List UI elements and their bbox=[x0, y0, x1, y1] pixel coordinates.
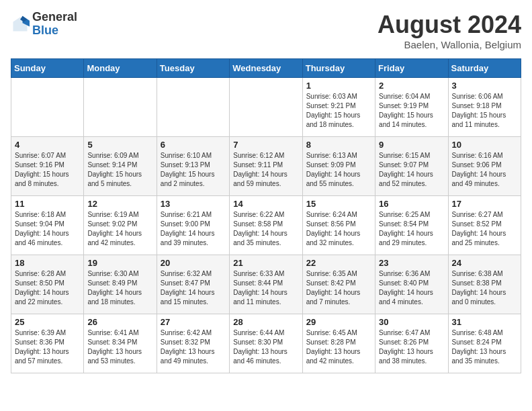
calendar-cell: 4Sunrise: 6:07 AMSunset: 9:16 PMDaylight… bbox=[11, 137, 84, 196]
cell-info: Sunrise: 6:10 AMSunset: 9:13 PMDaylight:… bbox=[161, 151, 226, 189]
calendar-cell: 31Sunrise: 6:48 AMSunset: 8:24 PMDayligh… bbox=[448, 314, 521, 373]
calendar-cell bbox=[230, 78, 302, 137]
calendar-cell: 12Sunrise: 6:19 AMSunset: 9:02 PMDayligh… bbox=[84, 196, 157, 255]
day-number: 19 bbox=[87, 258, 152, 268]
month-year: August 2024 bbox=[378, 11, 521, 39]
day-number: 30 bbox=[379, 317, 444, 327]
cell-info: Sunrise: 6:32 AMSunset: 8:47 PMDaylight:… bbox=[161, 269, 226, 307]
location: Baelen, Wallonia, Belgium bbox=[378, 39, 521, 50]
logo-icon bbox=[11, 15, 30, 34]
calendar-cell: 22Sunrise: 6:35 AMSunset: 8:42 PMDayligh… bbox=[302, 255, 375, 314]
weekday-header: Friday bbox=[375, 59, 448, 78]
day-number: 29 bbox=[306, 317, 371, 327]
calendar-cell: 1Sunrise: 6:03 AMSunset: 9:21 PMDaylight… bbox=[302, 78, 375, 137]
calendar-cell: 24Sunrise: 6:38 AMSunset: 8:38 PMDayligh… bbox=[448, 255, 521, 314]
day-number: 31 bbox=[452, 317, 517, 327]
day-number: 17 bbox=[452, 199, 517, 209]
cell-info: Sunrise: 6:27 AMSunset: 8:52 PMDaylight:… bbox=[452, 210, 517, 248]
calendar-header: SundayMondayTuesdayWednesdayThursdayFrid… bbox=[11, 59, 521, 78]
calendar-cell: 28Sunrise: 6:44 AMSunset: 8:30 PMDayligh… bbox=[230, 314, 302, 373]
calendar-cell: 7Sunrise: 6:12 AMSunset: 9:11 PMDaylight… bbox=[230, 137, 302, 196]
cell-info: Sunrise: 6:06 AMSunset: 9:18 PMDaylight:… bbox=[452, 92, 517, 130]
logo: General Blue bbox=[11, 11, 77, 38]
cell-info: Sunrise: 6:18 AMSunset: 9:04 PMDaylight:… bbox=[15, 210, 80, 248]
weekday-header: Thursday bbox=[302, 59, 375, 78]
day-number: 20 bbox=[161, 258, 226, 268]
calendar-cell: 27Sunrise: 6:42 AMSunset: 8:32 PMDayligh… bbox=[157, 314, 229, 373]
day-number: 7 bbox=[233, 140, 298, 150]
calendar-cell: 9Sunrise: 6:15 AMSunset: 9:07 PMDaylight… bbox=[375, 137, 448, 196]
cell-info: Sunrise: 6:16 AMSunset: 9:06 PMDaylight:… bbox=[452, 151, 517, 189]
cell-info: Sunrise: 6:19 AMSunset: 9:02 PMDaylight:… bbox=[87, 210, 152, 248]
day-number: 1 bbox=[306, 81, 371, 91]
calendar-cell: 29Sunrise: 6:45 AMSunset: 8:28 PMDayligh… bbox=[302, 314, 375, 373]
cell-info: Sunrise: 6:48 AMSunset: 8:24 PMDaylight:… bbox=[452, 328, 517, 366]
cell-info: Sunrise: 6:15 AMSunset: 9:07 PMDaylight:… bbox=[379, 151, 444, 189]
day-number: 22 bbox=[306, 258, 371, 268]
calendar-cell: 26Sunrise: 6:41 AMSunset: 8:34 PMDayligh… bbox=[84, 314, 157, 373]
header: General Blue August 2024 Baelen, Walloni… bbox=[11, 11, 521, 50]
title-area: August 2024 Baelen, Wallonia, Belgium bbox=[378, 11, 521, 50]
cell-info: Sunrise: 6:38 AMSunset: 8:38 PMDaylight:… bbox=[452, 269, 517, 307]
day-number: 14 bbox=[233, 199, 298, 209]
calendar-cell: 16Sunrise: 6:25 AMSunset: 8:54 PMDayligh… bbox=[375, 196, 448, 255]
calendar-cell: 13Sunrise: 6:21 AMSunset: 9:00 PMDayligh… bbox=[157, 196, 229, 255]
day-number: 10 bbox=[452, 140, 517, 150]
day-number: 12 bbox=[87, 199, 152, 209]
day-number: 5 bbox=[87, 140, 152, 150]
calendar-cell: 2Sunrise: 6:04 AMSunset: 9:19 PMDaylight… bbox=[375, 78, 448, 137]
calendar-cell: 15Sunrise: 6:24 AMSunset: 8:56 PMDayligh… bbox=[302, 196, 375, 255]
day-number: 4 bbox=[15, 140, 80, 150]
calendar-cell: 25Sunrise: 6:39 AMSunset: 8:36 PMDayligh… bbox=[11, 314, 84, 373]
cell-info: Sunrise: 6:36 AMSunset: 8:40 PMDaylight:… bbox=[379, 269, 444, 307]
cell-info: Sunrise: 6:30 AMSunset: 8:49 PMDaylight:… bbox=[87, 269, 152, 307]
day-number: 15 bbox=[306, 199, 371, 209]
cell-info: Sunrise: 6:47 AMSunset: 8:26 PMDaylight:… bbox=[379, 328, 444, 366]
calendar-week-row: 11Sunrise: 6:18 AMSunset: 9:04 PMDayligh… bbox=[11, 196, 521, 255]
day-number: 27 bbox=[161, 317, 226, 327]
calendar-week-row: 1Sunrise: 6:03 AMSunset: 9:21 PMDaylight… bbox=[11, 78, 521, 137]
logo-text: General Blue bbox=[32, 11, 77, 38]
calendar-cell: 5Sunrise: 6:09 AMSunset: 9:14 PMDaylight… bbox=[84, 137, 157, 196]
day-number: 26 bbox=[87, 317, 152, 327]
calendar-cell: 21Sunrise: 6:33 AMSunset: 8:44 PMDayligh… bbox=[230, 255, 302, 314]
weekday-header: Sunday bbox=[11, 59, 84, 78]
day-number: 6 bbox=[161, 140, 226, 150]
cell-info: Sunrise: 6:24 AMSunset: 8:56 PMDaylight:… bbox=[306, 210, 371, 248]
calendar-cell: 19Sunrise: 6:30 AMSunset: 8:49 PMDayligh… bbox=[84, 255, 157, 314]
cell-info: Sunrise: 6:28 AMSunset: 8:50 PMDaylight:… bbox=[15, 269, 80, 307]
calendar-week-row: 4Sunrise: 6:07 AMSunset: 9:16 PMDaylight… bbox=[11, 137, 521, 196]
cell-info: Sunrise: 6:07 AMSunset: 9:16 PMDaylight:… bbox=[15, 151, 80, 189]
cell-info: Sunrise: 6:13 AMSunset: 9:09 PMDaylight:… bbox=[306, 151, 371, 189]
cell-info: Sunrise: 6:44 AMSunset: 8:30 PMDaylight:… bbox=[233, 328, 298, 366]
cell-info: Sunrise: 6:42 AMSunset: 8:32 PMDaylight:… bbox=[161, 328, 226, 366]
calendar-cell: 6Sunrise: 6:10 AMSunset: 9:13 PMDaylight… bbox=[157, 137, 229, 196]
day-number: 16 bbox=[379, 199, 444, 209]
day-number: 11 bbox=[15, 199, 80, 209]
calendar-cell: 8Sunrise: 6:13 AMSunset: 9:09 PMDaylight… bbox=[302, 137, 375, 196]
cell-info: Sunrise: 6:39 AMSunset: 8:36 PMDaylight:… bbox=[15, 328, 80, 366]
calendar-week-row: 18Sunrise: 6:28 AMSunset: 8:50 PMDayligh… bbox=[11, 255, 521, 314]
calendar-week-row: 25Sunrise: 6:39 AMSunset: 8:36 PMDayligh… bbox=[11, 314, 521, 373]
cell-info: Sunrise: 6:22 AMSunset: 8:58 PMDaylight:… bbox=[233, 210, 298, 248]
calendar-cell: 30Sunrise: 6:47 AMSunset: 8:26 PMDayligh… bbox=[375, 314, 448, 373]
day-number: 9 bbox=[379, 140, 444, 150]
calendar-cell: 18Sunrise: 6:28 AMSunset: 8:50 PMDayligh… bbox=[11, 255, 84, 314]
weekday-header: Wednesday bbox=[230, 59, 302, 78]
calendar-cell: 20Sunrise: 6:32 AMSunset: 8:47 PMDayligh… bbox=[157, 255, 229, 314]
calendar-cell: 11Sunrise: 6:18 AMSunset: 9:04 PMDayligh… bbox=[11, 196, 84, 255]
cell-info: Sunrise: 6:09 AMSunset: 9:14 PMDaylight:… bbox=[87, 151, 152, 189]
weekday-header: Tuesday bbox=[157, 59, 229, 78]
weekday-header: Monday bbox=[84, 59, 157, 78]
cell-info: Sunrise: 6:25 AMSunset: 8:54 PMDaylight:… bbox=[379, 210, 444, 248]
calendar-cell: 17Sunrise: 6:27 AMSunset: 8:52 PMDayligh… bbox=[448, 196, 521, 255]
weekday-row: SundayMondayTuesdayWednesdayThursdayFrid… bbox=[11, 59, 521, 78]
day-number: 8 bbox=[306, 140, 371, 150]
cell-info: Sunrise: 6:35 AMSunset: 8:42 PMDaylight:… bbox=[306, 269, 371, 307]
cell-info: Sunrise: 6:21 AMSunset: 9:00 PMDaylight:… bbox=[161, 210, 226, 248]
day-number: 3 bbox=[452, 81, 517, 91]
cell-info: Sunrise: 6:45 AMSunset: 8:28 PMDaylight:… bbox=[306, 328, 371, 366]
day-number: 21 bbox=[233, 258, 298, 268]
calendar-cell: 23Sunrise: 6:36 AMSunset: 8:40 PMDayligh… bbox=[375, 255, 448, 314]
day-number: 2 bbox=[379, 81, 444, 91]
